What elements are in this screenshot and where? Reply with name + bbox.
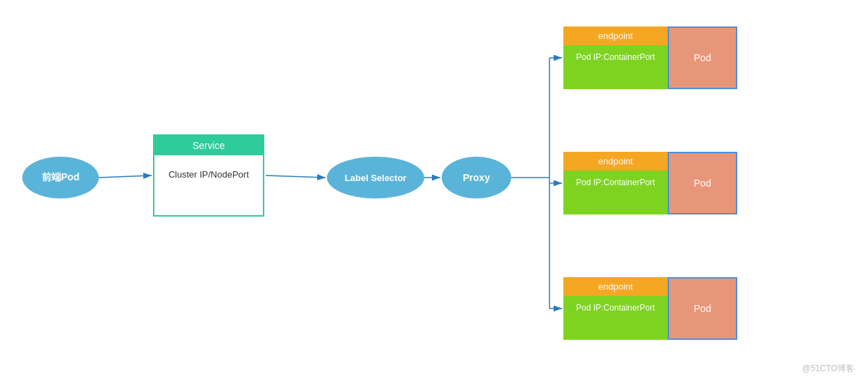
pod-box-3: Pod bbox=[668, 277, 737, 340]
pod-box-1: Pod bbox=[668, 26, 737, 89]
svg-line-1 bbox=[99, 175, 152, 178]
service-header: Service bbox=[154, 136, 263, 155]
ep-header-3: endpoint bbox=[563, 277, 668, 296]
ep-pod-group-2: endpoint Pod IP:ContainerPort Pod bbox=[563, 152, 737, 214]
ep-box-1: endpoint Pod IP:ContainerPort bbox=[563, 26, 668, 89]
diagram-container: 前端Pod Service Cluster IP/NodePort Label … bbox=[0, 0, 868, 383]
qianduan-pod-label: 前端Pod bbox=[42, 171, 79, 184]
pod-box-2: Pod bbox=[668, 152, 737, 214]
watermark: @51CTO博客 bbox=[802, 363, 854, 375]
ep-header-1: endpoint bbox=[563, 26, 668, 45]
ep-body-2: Pod IP:ContainerPort bbox=[563, 171, 668, 214]
ep-body-3: Pod IP:ContainerPort bbox=[563, 296, 668, 340]
service-box: Service Cluster IP/NodePort bbox=[153, 134, 264, 217]
proxy-ellipse: Proxy bbox=[442, 157, 511, 198]
ep-box-3: endpoint Pod IP:ContainerPort bbox=[563, 277, 668, 340]
ep-header-2: endpoint bbox=[563, 152, 668, 171]
ep-box-2: endpoint Pod IP:ContainerPort bbox=[563, 152, 668, 214]
ep-body-1: Pod IP:ContainerPort bbox=[563, 45, 668, 89]
label-selector-label: Label Selector bbox=[345, 173, 407, 183]
label-selector-ellipse: Label Selector bbox=[327, 157, 424, 198]
svg-line-2 bbox=[266, 175, 326, 178]
pod-label-1: Pod bbox=[694, 52, 712, 63]
ep-pod-group-1: endpoint Pod IP:ContainerPort Pod bbox=[563, 26, 737, 89]
pod-label-3: Pod bbox=[694, 303, 712, 314]
ep-pod-group-3: endpoint Pod IP:ContainerPort Pod bbox=[563, 277, 737, 340]
service-body: Cluster IP/NodePort bbox=[154, 155, 263, 194]
arrows-svg bbox=[0, 0, 868, 383]
proxy-label: Proxy bbox=[463, 172, 490, 183]
pod-label-2: Pod bbox=[694, 178, 712, 189]
qianduan-pod: 前端Pod bbox=[22, 157, 99, 198]
